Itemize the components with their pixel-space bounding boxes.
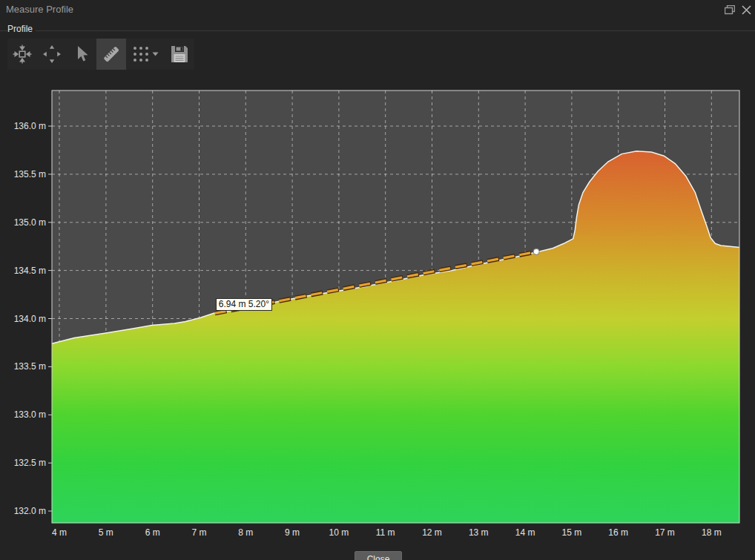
measure-endpoint[interactable]	[533, 248, 539, 254]
display-options-button[interactable]	[126, 39, 165, 70]
measurement-label: 6.94 m 5.20°	[216, 298, 272, 311]
x-tick-label: 4 m	[52, 527, 67, 538]
measure-profile-window: { "window": { "title": "Measure Profile"…	[0, 0, 755, 560]
profile-chart[interactable]: 136.0 m135.5 m135.0 m134.5 m134.0 m133.5…	[0, 0, 755, 560]
y-tick-label: 136.0 m	[14, 121, 46, 131]
y-tick-label: 132.0 m	[14, 506, 46, 516]
x-tick-label: 7 m	[191, 527, 206, 538]
zoom-to-fit-button[interactable]	[7, 39, 37, 70]
y-tick-label: 134.5 m	[14, 266, 46, 276]
x-tick-label: 12 m	[422, 527, 442, 538]
measure-button[interactable]	[96, 39, 126, 70]
profile-groupbox-label: Profile	[7, 24, 36, 34]
y-axis-ticks	[48, 126, 52, 511]
y-tick-label: 134.0 m	[14, 314, 46, 324]
save-floppy-icon	[170, 45, 189, 64]
y-tick-label: 135.0 m	[14, 217, 46, 228]
chevron-down-icon	[152, 52, 159, 56]
y-tick-label: 135.5 m	[14, 169, 46, 179]
x-tick-label: 11 m	[376, 527, 395, 538]
pan-arrows-icon	[42, 45, 62, 64]
ruler-icon	[102, 45, 121, 64]
save-button[interactable]	[165, 39, 194, 70]
pan-button[interactable]	[37, 39, 67, 70]
close-button[interactable]: Close	[355, 551, 402, 560]
cursor-arrow-icon	[73, 45, 90, 63]
profile-toolbar	[7, 39, 194, 70]
x-tick-label: 6 m	[145, 527, 160, 538]
dots-grid-icon	[132, 45, 150, 63]
select-button[interactable]	[67, 39, 96, 70]
x-tick-label: 5 m	[99, 527, 113, 538]
x-tick-label: 14 m	[515, 527, 535, 538]
y-axis-labels: 136.0 m135.5 m135.0 m134.5 m134.0 m133.5…	[14, 121, 46, 516]
x-tick-label: 16 m	[608, 527, 628, 538]
x-axis-labels: 4 m5 m6 m7 m8 m9 m10 m11 m12 m13 m14 m15…	[52, 527, 722, 538]
y-tick-label: 133.5 m	[14, 361, 46, 372]
x-tick-label: 13 m	[469, 527, 489, 538]
y-tick-label: 133.0 m	[14, 409, 46, 420]
x-tick-label: 10 m	[329, 527, 349, 538]
x-tick-label: 18 m	[702, 527, 722, 538]
x-tick-label: 9 m	[285, 527, 300, 538]
x-tick-label: 17 m	[655, 527, 675, 538]
fit-to-center-icon	[13, 45, 32, 64]
x-tick-label: 8 m	[238, 527, 253, 538]
x-tick-label: 15 m	[562, 527, 582, 538]
y-tick-label: 132.5 m	[14, 458, 46, 468]
